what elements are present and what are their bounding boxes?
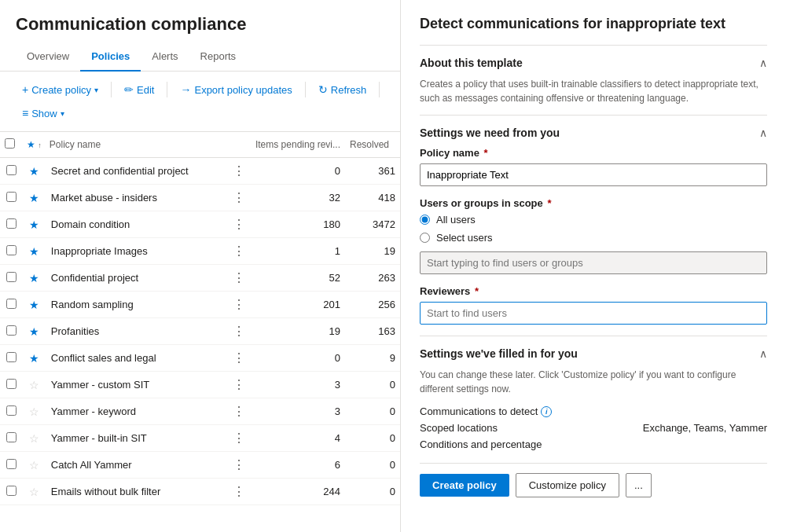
radio-all-users-input[interactable] [420,215,430,225]
row-name[interactable]: Yammer - built-in SIT [46,425,228,452]
row-checkbox[interactable] [6,459,17,469]
row-name[interactable]: Conflict sales and legal [46,345,228,372]
row-menu[interactable]: ⋮ [228,185,251,211]
col-header-name[interactable]: Policy name [46,132,228,158]
row-context-menu[interactable]: ⋮ [233,485,246,498]
edit-button[interactable]: ✏ Edit [118,79,160,100]
row-menu[interactable]: ⋮ [228,292,251,318]
row-star-cell[interactable]: ★ [22,318,46,345]
row-star-cell[interactable]: ★ [22,185,46,211]
tab-policies[interactable]: Policies [80,42,141,72]
col-header-items-pending[interactable]: Items pending revi... [251,132,345,158]
row-star-cell[interactable]: ★ [22,345,46,372]
about-collapse-icon[interactable]: ∧ [759,57,767,69]
show-button[interactable]: ≡ Show ▾ [16,103,71,123]
row-star-cell[interactable]: ★ [22,211,46,238]
row-context-menu[interactable]: ⋮ [233,405,246,418]
row-name[interactable]: Secret and confidential project [46,158,228,185]
star-icon[interactable]: ★ [29,272,39,284]
row-star-cell[interactable]: ★ [22,238,46,265]
customize-policy-button[interactable]: Customize policy [516,473,619,497]
row-name[interactable]: Emails without bulk filter [46,479,228,505]
row-name[interactable]: Catch All Yammer [46,452,228,479]
radio-all-users[interactable]: All users [420,214,767,226]
tab-overview[interactable]: Overview [16,42,80,72]
star-icon[interactable]: ★ [29,352,39,365]
info-icon[interactable]: i [541,406,552,417]
tab-reports[interactable]: Reports [189,42,248,72]
row-star-cell[interactable]: ☆ [22,398,46,425]
row-context-menu[interactable]: ⋮ [233,271,246,284]
star-icon[interactable]: ★ [29,192,39,204]
create-policy-button[interactable]: + Create policy ▾ [16,79,105,100]
row-star-cell[interactable]: ★ [22,265,46,292]
users-search-input[interactable] [420,251,767,274]
row-checkbox[interactable] [6,192,17,202]
row-menu[interactable]: ⋮ [228,158,251,185]
row-star-cell[interactable]: ☆ [22,452,46,479]
row-name[interactable]: Yammer - keyword [46,398,228,425]
col-header-star[interactable]: ★ ↑ [22,132,46,158]
reviewers-input[interactable] [420,302,767,325]
row-checkbox[interactable] [6,299,17,309]
refresh-button[interactable]: ↻ Refresh [312,79,373,100]
row-star-cell[interactable]: ☆ [22,372,46,398]
row-menu[interactable]: ⋮ [228,211,251,238]
star-icon[interactable]: ★ [29,218,39,231]
row-checkbox[interactable] [6,325,17,336]
row-context-menu[interactable]: ⋮ [233,325,246,338]
row-star-cell[interactable]: ★ [22,158,46,185]
row-name[interactable]: Yammer - custom SIT [46,372,228,398]
row-context-menu[interactable]: ⋮ [233,298,246,311]
row-menu[interactable]: ⋮ [228,318,251,345]
row-checkbox[interactable] [6,218,17,229]
row-checkbox[interactable] [6,486,17,496]
star-icon[interactable]: ☆ [29,459,39,471]
row-checkbox[interactable] [6,352,17,362]
row-context-menu[interactable]: ⋮ [233,244,246,258]
star-icon[interactable]: ☆ [29,432,39,445]
radio-select-users[interactable]: Select users [420,232,767,244]
star-icon[interactable]: ★ [29,325,39,338]
star-icon[interactable]: ☆ [29,379,39,391]
row-name[interactable]: Random sampling [46,292,228,318]
row-name[interactable]: Inappropriate Images [46,238,228,265]
row-menu[interactable]: ⋮ [228,265,251,292]
row-context-menu[interactable]: ⋮ [233,351,246,365]
row-checkbox[interactable] [6,405,17,416]
row-menu[interactable]: ⋮ [228,238,251,265]
row-name[interactable]: Profanities [46,318,228,345]
row-star-cell[interactable]: ☆ [22,425,46,452]
col-header-resolved[interactable]: Resolved [345,132,400,158]
row-menu[interactable]: ⋮ [228,425,251,452]
star-icon[interactable]: ☆ [29,486,39,498]
row-menu[interactable]: ⋮ [228,345,251,372]
row-checkbox[interactable] [6,165,17,175]
filled-collapse-icon[interactable]: ∧ [759,347,767,360]
star-icon[interactable]: ★ [29,299,39,311]
row-context-menu[interactable]: ⋮ [233,378,246,391]
row-menu[interactable]: ⋮ [228,372,251,398]
select-all-checkbox[interactable] [5,138,15,149]
row-name[interactable]: Domain condition [46,211,228,238]
star-icon[interactable]: ★ [29,245,39,258]
row-context-menu[interactable]: ⋮ [233,191,246,204]
policy-name-input[interactable] [420,163,767,186]
row-context-menu[interactable]: ⋮ [233,458,246,471]
row-context-menu[interactable]: ⋮ [233,218,246,231]
row-menu[interactable]: ⋮ [228,398,251,425]
row-checkbox[interactable] [6,272,17,282]
row-checkbox[interactable] [6,245,17,255]
row-star-cell[interactable]: ★ [22,292,46,318]
row-star-cell[interactable]: ☆ [22,479,46,505]
more-actions-button[interactable]: ... [626,473,652,497]
row-context-menu[interactable]: ⋮ [233,431,246,445]
star-icon[interactable]: ☆ [29,405,39,418]
create-policy-submit-button[interactable]: Create policy [420,474,509,497]
row-name[interactable]: Market abuse - insiders [46,185,228,211]
settings-collapse-icon[interactable]: ∧ [759,127,767,139]
export-policy-button[interactable]: → Export policy updates [174,79,298,100]
row-context-menu[interactable]: ⋮ [233,164,246,178]
star-icon[interactable]: ★ [29,165,39,178]
tab-alerts[interactable]: Alerts [141,42,189,72]
